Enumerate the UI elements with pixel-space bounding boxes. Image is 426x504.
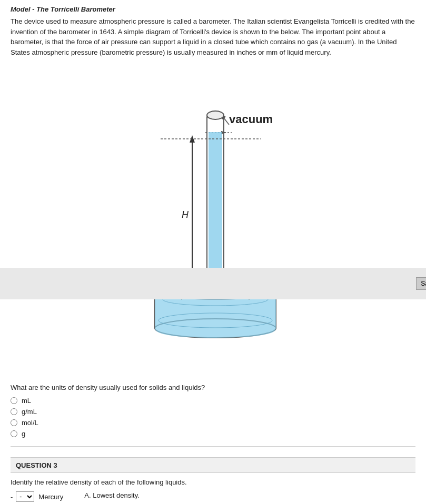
right-items: A. Lowest density. B. Highest density. C… xyxy=(84,491,156,504)
question2-text: What are the units of density usually us… xyxy=(11,384,415,391)
label-mercury: Mercury xyxy=(38,493,63,501)
right-label-a: A. Lowest density. xyxy=(84,491,156,499)
radio-gml[interactable] xyxy=(11,408,17,415)
model-title: Model - The Torricelli Barometer xyxy=(11,5,415,13)
save-button[interactable]: Sav xyxy=(416,277,426,290)
vacuum-label: vacuum xyxy=(229,113,273,126)
question3-header: QUESTION 3 xyxy=(11,457,415,473)
option-moll: mol/L xyxy=(11,419,415,427)
option-g: g xyxy=(11,430,415,438)
match-item-mercury: - - A B C Mercury xyxy=(11,491,63,502)
question3-section: QUESTION 3 Identify the relative density… xyxy=(11,457,415,504)
question3-text: Identify the relative density of each of… xyxy=(11,478,415,486)
diagram-area: vacuum xyxy=(11,63,415,373)
barometer-diagram: vacuum xyxy=(108,63,319,368)
radio-ml[interactable] xyxy=(11,397,17,404)
page-content: Model - The Torricelli Barometer The dev… xyxy=(0,0,426,504)
radio-g[interactable] xyxy=(11,430,17,437)
select-mercury[interactable]: - A B C xyxy=(16,491,34,502)
option-g-label: g xyxy=(22,430,25,438)
option-gml: g/mL xyxy=(11,408,415,416)
radio-moll[interactable] xyxy=(11,419,17,426)
dash-mercury: - xyxy=(11,493,13,501)
question2-section: What are the units of density usually us… xyxy=(11,384,415,447)
gray-overlay: Sav xyxy=(0,268,426,299)
option-gml-label: g/mL xyxy=(22,408,37,416)
description-text: The device used to measure atmospheric p… xyxy=(11,16,415,57)
svg-point-4 xyxy=(207,111,224,119)
option-moll-label: mol/L xyxy=(22,419,38,427)
option-ml: mL xyxy=(11,397,415,405)
svg-rect-3 xyxy=(209,132,222,288)
left-items: - - A B C Mercury - - A B xyxy=(11,491,63,504)
matching-area: - - A B C Mercury - - A B xyxy=(11,491,415,504)
height-label: H xyxy=(182,209,189,220)
option-ml-label: mL xyxy=(22,397,31,405)
